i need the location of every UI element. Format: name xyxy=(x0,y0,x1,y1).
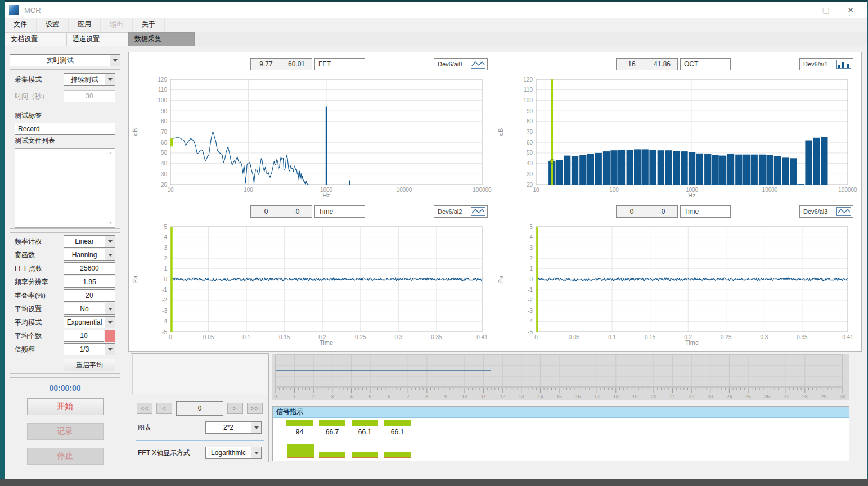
start-button[interactable]: 开始 xyxy=(27,398,104,415)
svg-text:50: 50 xyxy=(527,150,533,156)
file-list-scrollbar[interactable]: ▲ ▼ xyxy=(106,148,115,227)
plot-fft[interactable]: 2030405060708090100110120101001000100001… xyxy=(130,71,496,200)
window-function-value: Hanning xyxy=(64,249,105,260)
close-button[interactable]: ✕ xyxy=(842,4,859,16)
app-window: MCR — ▢ ✕ 文件设置应用输出关于 文档设置通道设置数据采集 实时测试 采… xyxy=(0,0,868,486)
cursor-readout-time-ai3: 0-0 xyxy=(616,205,678,218)
page-first-button[interactable]: << xyxy=(137,403,152,414)
field-row-duration: 时间（秒）30 xyxy=(15,90,115,102)
acq-mode-dropdown-button[interactable] xyxy=(105,74,115,85)
stop-button[interactable]: 停止 xyxy=(27,448,104,465)
svg-text:25: 25 xyxy=(745,394,751,399)
acq-mode-value: 持续测试 xyxy=(64,74,105,85)
scroll-up-icon[interactable]: ▲ xyxy=(109,150,113,155)
record-button[interactable]: 记录 xyxy=(27,423,104,440)
svg-text:30: 30 xyxy=(527,171,533,177)
fft-axis-dropdown-button[interactable] xyxy=(251,447,261,458)
octave-dropdown-button[interactable] xyxy=(105,344,115,355)
average-setting-dropdown-button[interactable] xyxy=(105,303,115,314)
menu-item-about[interactable]: 关于 xyxy=(133,18,165,31)
channel-name: Dev6/ai1 xyxy=(803,61,827,68)
chart-layout-dropdown-button[interactable] xyxy=(251,422,261,433)
select-octave[interactable]: 1/3 xyxy=(64,343,115,356)
duration-input[interactable]: 30 xyxy=(64,90,115,102)
chart-layout-select[interactable]: 2*2 xyxy=(205,421,262,434)
svg-text:90: 90 xyxy=(527,108,533,114)
page-next-button[interactable]: > xyxy=(227,403,243,414)
menu-item-settings[interactable]: 设置 xyxy=(37,18,69,31)
svg-text:0.41: 0.41 xyxy=(476,334,488,340)
svg-text:7: 7 xyxy=(407,394,410,399)
plot-time-ai3[interactable]: -5-4-3-2-101234500.050.10.150.20.250.30.… xyxy=(496,219,861,347)
menu-item-output[interactable]: 输出 xyxy=(101,18,133,31)
window-function-dropdown-button[interactable] xyxy=(105,249,115,260)
svg-text:Time: Time xyxy=(685,339,699,346)
page-number-box[interactable]: 0 xyxy=(176,401,223,416)
freq-weighting-dropdown-button[interactable] xyxy=(105,236,115,247)
test-type-dropdown-button[interactable] xyxy=(110,55,120,66)
plot-oct[interactable]: 2030405060708090100110120101001000100001… xyxy=(496,71,861,200)
svg-text:11: 11 xyxy=(481,394,486,399)
chevron-down-icon xyxy=(108,348,113,351)
maximize-button[interactable]: ▢ xyxy=(817,4,834,16)
channel-box-fft[interactable]: Dev6/ai0 xyxy=(434,58,488,70)
page-last-button[interactable]: >> xyxy=(247,403,263,414)
select-average-mode[interactable]: Exponential xyxy=(64,316,115,328)
chart-header-fft: 9.7760.01FFTDev6/ai0 xyxy=(130,57,496,71)
average-count-input[interactable]: 10 xyxy=(64,330,104,342)
overlap-percent-input[interactable]: 20 xyxy=(64,289,115,302)
svg-text:100: 100 xyxy=(158,97,167,104)
svg-text:10000: 10000 xyxy=(762,187,778,193)
select-window-function[interactable]: Hanning xyxy=(64,249,115,261)
minimize-button[interactable]: — xyxy=(793,4,809,16)
fft-axis-row: FFT X轴显示方式 Logarithmic xyxy=(131,447,268,459)
duration-label: 时间（秒） xyxy=(15,92,48,101)
channel-box-oct[interactable]: Dev6/ai1 xyxy=(799,58,853,70)
svg-text:dB: dB xyxy=(497,128,504,136)
menu-item-application[interactable]: 应用 xyxy=(69,18,101,31)
window-controls: — ▢ ✕ xyxy=(793,4,867,16)
chart-type-box-fft: FFT xyxy=(314,58,365,70)
select-acq-mode[interactable]: 持续测试 xyxy=(64,73,115,86)
svg-text:30: 30 xyxy=(840,394,845,399)
tab-data-acquisition[interactable]: 数据采集 xyxy=(128,32,195,46)
svg-text:100: 100 xyxy=(523,97,533,104)
freq-resolution-input[interactable]: 1.95 xyxy=(64,276,115,288)
timeline-scrubber[interactable]: 0123456789101112131415161718192021222324… xyxy=(272,354,849,400)
fft-points-input[interactable]: 25600 xyxy=(64,262,115,274)
fft-axis-label: FFT X轴显示方式 xyxy=(138,448,190,458)
svg-text:40: 40 xyxy=(161,160,168,166)
select-average-setting[interactable]: No xyxy=(64,303,115,315)
fft-axis-select[interactable]: Logarithmic xyxy=(205,447,262,459)
menu-item-file[interactable]: 文件 xyxy=(5,18,37,31)
svg-text:120: 120 xyxy=(158,76,167,83)
restart-average-button[interactable]: 重启平均 xyxy=(64,359,115,371)
cursor-y-value: 41.86 xyxy=(647,58,677,70)
channel-box-time-ai2[interactable]: Dev6/ai2 xyxy=(434,205,488,218)
svg-text:5: 5 xyxy=(164,224,167,230)
page-prev-button[interactable]: < xyxy=(156,403,172,414)
channel-box-time-ai3[interactable]: Dev6/ai3 xyxy=(799,205,853,218)
tab-doc-settings[interactable]: 文档设置 xyxy=(5,32,66,46)
signal-meter xyxy=(352,420,378,426)
test-label-input[interactable]: Record xyxy=(15,123,115,135)
test-file-list[interactable]: ▲ ▼ xyxy=(15,148,115,228)
select-freq-weighting[interactable]: Linear xyxy=(64,235,115,248)
cursor-readout-fft: 9.7760.01 xyxy=(250,58,312,70)
line-chart-icon xyxy=(471,60,485,69)
svg-text:Hz: Hz xyxy=(688,192,695,199)
file-list-caption: 测试文件列表 xyxy=(15,136,115,146)
cursor-x-value: 9.77 xyxy=(251,58,281,70)
tab-channel-settings[interactable]: 通道设置 xyxy=(66,32,128,46)
svg-text:40: 40 xyxy=(527,160,533,166)
test-type-select[interactable]: 实时测试 xyxy=(10,54,120,66)
preview-box xyxy=(132,355,267,394)
signal-meter xyxy=(286,420,313,426)
svg-text:10: 10 xyxy=(533,187,539,193)
plot-time-ai2[interactable]: -5-4-3-2-101234500.050.10.150.20.250.30.… xyxy=(130,219,496,347)
chart-layout-value: 2*2 xyxy=(206,422,251,433)
svg-text:15: 15 xyxy=(556,394,562,399)
scroll-down-icon[interactable]: ▼ xyxy=(109,220,113,226)
cursor-x-value: 16 xyxy=(617,58,647,70)
average-mode-dropdown-button[interactable] xyxy=(105,317,115,328)
